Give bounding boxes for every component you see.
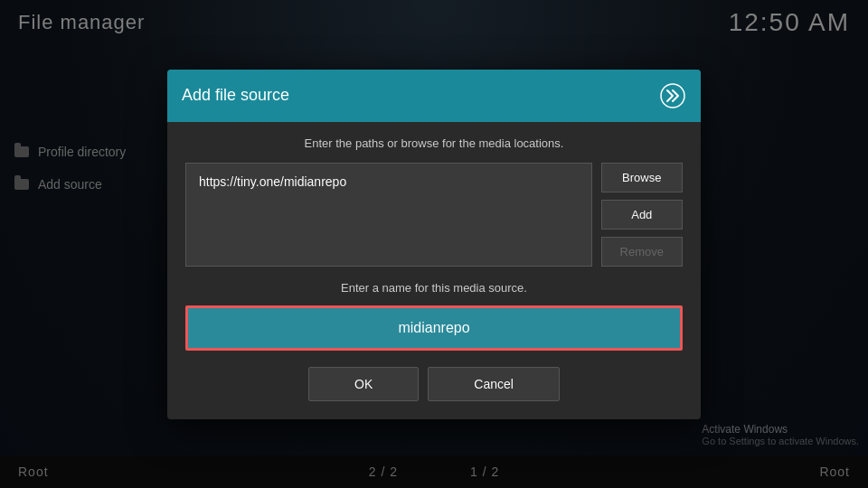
dialog-actions: OK Cancel	[185, 367, 683, 401]
url-section: https://tiny.one/midianrepo Browse Add R…	[185, 163, 683, 267]
kodi-logo-icon	[659, 82, 686, 109]
browse-button[interactable]: Browse	[601, 163, 683, 192]
name-input-wrapper: midianrepo	[185, 305, 683, 351]
add-file-source-dialog: Add file source Enter the paths or brows…	[167, 70, 701, 419]
remove-button[interactable]: Remove	[601, 237, 683, 267]
dialog-header: Add file source	[167, 70, 701, 122]
add-button[interactable]: Add	[601, 200, 683, 230]
dialog-overlay: Add file source Enter the paths or brows…	[0, 0, 868, 488]
cancel-button[interactable]: Cancel	[428, 367, 560, 401]
url-buttons: Browse Add Remove	[601, 163, 683, 267]
ok-button[interactable]: OK	[308, 367, 419, 401]
url-value: https://tiny.one/midianrepo	[199, 174, 346, 189]
name-label: Enter a name for this media source.	[185, 281, 683, 295]
dialog-body: Enter the paths or browse for the media …	[167, 122, 701, 419]
url-input-area[interactable]: https://tiny.one/midianrepo	[185, 163, 592, 267]
name-input[interactable]: midianrepo	[188, 308, 680, 348]
dialog-subtitle: Enter the paths or browse for the media …	[185, 136, 683, 150]
dialog-title: Add file source	[182, 86, 289, 105]
